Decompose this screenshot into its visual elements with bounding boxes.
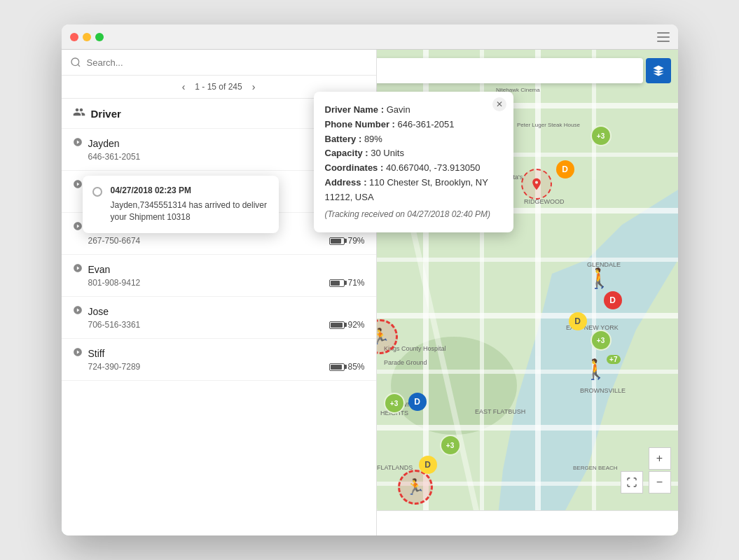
battery-icon-gavin xyxy=(329,237,345,245)
driver-icon-gavin xyxy=(73,221,83,233)
driver-section-icon xyxy=(73,106,85,121)
driver-marker-d-3[interactable]: D xyxy=(604,291,622,309)
driver-info-popup: ✕ Driver Name : Gavin Phone Number : 646… xyxy=(314,92,513,232)
zoom-in-button[interactable]: + xyxy=(649,447,671,470)
battery-label-stiff: 85% xyxy=(347,362,364,372)
svg-text:BERGEN BEACH: BERGEN BEACH xyxy=(573,465,618,471)
svg-text:BROWNSVILLE: BROWNSVILLE xyxy=(580,387,626,394)
svg-line-48 xyxy=(78,64,80,66)
layers-icon xyxy=(652,64,665,77)
cluster-marker-2[interactable]: +3 xyxy=(590,330,612,351)
driver-marker-red-1[interactable] xyxy=(521,169,552,200)
battery-icon-evan xyxy=(329,279,345,287)
cluster-marker-4[interactable]: +3 xyxy=(440,435,461,456)
driver-name-jose: Jose xyxy=(88,306,365,317)
driver-phone-field: Phone Number : 646-361-2051 xyxy=(325,118,502,132)
driver-phone-gavin: 267-750-6674 xyxy=(88,236,330,246)
driver-marker-d-1[interactable]: D xyxy=(556,160,574,178)
driver-item-stiff[interactable]: Stiff 724-390-7289 85% xyxy=(62,339,376,381)
fullscreen-icon xyxy=(626,477,637,488)
driver-icon-jayden xyxy=(73,137,83,149)
maximize-dot[interactable] xyxy=(95,33,104,41)
pagination-next-button[interactable]: › xyxy=(248,80,260,94)
driver-name-stiff: Stiff xyxy=(88,348,365,359)
close-dot[interactable] xyxy=(70,33,78,41)
cluster-marker-1[interactable]: +3 xyxy=(590,125,612,146)
notification-time: 04/27/2018 02:23 PM xyxy=(111,186,269,195)
svg-text:Peter Luger Steak House: Peter Luger Steak House xyxy=(517,122,580,128)
notification-dot xyxy=(92,187,102,197)
battery-label-jose: 92% xyxy=(347,320,364,330)
battery-label-evan: 71% xyxy=(347,278,364,288)
panel-search-icon xyxy=(70,57,81,68)
notification-popup: 04/27/2018 02:23 PM Jayden,7345551314 ha… xyxy=(83,176,279,233)
driver-icon-stiff xyxy=(73,347,83,359)
map-layers-button[interactable] xyxy=(646,58,671,83)
cluster-marker-3[interactable]: +3 xyxy=(384,393,405,414)
driver-icon-jose xyxy=(73,305,83,317)
driver-address-field: Address : 110 Chester St, Brooklyn, NY 1… xyxy=(325,176,502,205)
battery-body-gavin xyxy=(329,237,345,245)
notification-text: Jayden,7345551314 has arrived to deliver… xyxy=(111,200,269,223)
battery-fill-stiff xyxy=(331,365,341,370)
battery-fill-jose xyxy=(331,323,343,328)
driver-name-evan: Evan xyxy=(88,264,365,275)
driver-coordinates-field: Coordinates : 40.667040, -73.913050 xyxy=(325,161,502,176)
battery-body-jose xyxy=(329,321,345,329)
battery-info-gavin: 79% xyxy=(329,236,364,246)
battery-label-gavin: 79% xyxy=(347,236,364,246)
battery-info-jose: 92% xyxy=(329,320,364,330)
map-zoom-controls: + − xyxy=(649,447,671,493)
browser-titlebar xyxy=(62,24,678,50)
panel-search-bar xyxy=(62,50,376,76)
battery-fill-evan xyxy=(331,281,340,286)
tracking-note: (Tracking received on 04/27/2018 02:40 P… xyxy=(325,208,502,221)
driver-item-evan[interactable]: Evan 801-908-9412 71% xyxy=(62,255,376,297)
driver-group-icon xyxy=(73,106,85,118)
driver-phone-stiff: 724-390-7289 xyxy=(88,362,330,372)
driver-marker-d-yellow[interactable]: D xyxy=(419,456,437,474)
driver-marker-orange-person[interactable]: 🚶 xyxy=(587,267,612,290)
svg-text:FLATLANDS: FLATLANDS xyxy=(377,464,413,471)
svg-text:Parade Ground: Parade Ground xyxy=(384,359,427,366)
browser-traffic-lights xyxy=(70,33,104,41)
pagination-prev-button[interactable]: ‹ xyxy=(178,80,190,94)
pagination-text: 1 - 15 of 245 xyxy=(195,82,242,92)
svg-point-47 xyxy=(71,58,79,66)
driver-marker-d-2[interactable]: D xyxy=(569,312,587,330)
zoom-out-button[interactable]: − xyxy=(649,471,671,493)
browser-window: New York Liberty Science Center WILLIAMS… xyxy=(62,24,678,536)
popup-close-button[interactable]: ✕ xyxy=(492,97,506,111)
driver-marker-d-blue[interactable]: D xyxy=(408,393,427,411)
battery-body-evan xyxy=(329,279,345,287)
svg-text:RIDGEWOOD: RIDGEWOOD xyxy=(524,198,565,205)
battery-body-stiff xyxy=(329,363,345,371)
fullscreen-button[interactable] xyxy=(621,471,643,493)
battery-icon-stiff xyxy=(329,363,345,371)
svg-text:EAST FLATBUSH: EAST FLATBUSH xyxy=(475,408,525,415)
driver-item-jose[interactable]: Jose 706-516-3361 92% xyxy=(62,297,376,339)
driver-name-field: Driver Name : Gavin xyxy=(325,103,502,118)
driver-battery-field: Battery : 89% xyxy=(325,132,502,147)
battery-info-evan: 71% xyxy=(329,278,364,288)
minimize-dot[interactable] xyxy=(83,33,91,41)
driver-capacity-field: Capacity : 30 Units xyxy=(325,146,502,161)
runner-marker-3[interactable]: 🏃 xyxy=(398,470,433,505)
browser-body: New York Liberty Science Center WILLIAMS… xyxy=(62,50,678,536)
driver-icon-kyle xyxy=(73,179,83,191)
driver-icon-evan xyxy=(73,263,83,275)
driver-phone-jayden: 646-361-2051 xyxy=(88,152,330,162)
driver-phone-jose: 706-516-3361 xyxy=(88,320,330,330)
panel-section-title: Driver xyxy=(91,108,121,120)
battery-icon-jose xyxy=(329,321,345,329)
driver-phone-evan: 801-908-9412 xyxy=(88,278,330,288)
battery-fill-gavin xyxy=(331,239,340,244)
hamburger-menu-icon[interactable] xyxy=(657,32,670,42)
battery-info-stiff: 85% xyxy=(329,362,364,372)
cluster-marker-blue-person[interactable]: 🚶 +7 xyxy=(583,358,608,381)
panel-search-input[interactable] xyxy=(87,57,368,68)
